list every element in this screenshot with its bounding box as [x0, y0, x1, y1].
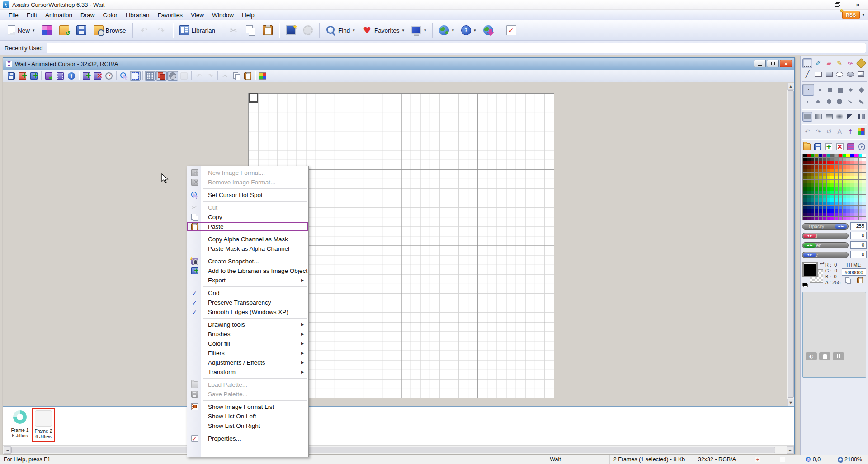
frame-duration-button[interactable] [104, 71, 114, 81]
palette-color[interactable] [811, 161, 815, 164]
palette-color[interactable] [835, 165, 838, 168]
test-cursor-dropdown-arrow[interactable]: ▾ [424, 28, 426, 33]
palette-color[interactable] [835, 209, 838, 212]
palette-color[interactable] [811, 198, 815, 202]
palette-color[interactable] [803, 202, 807, 205]
favorites-button[interactable]: ♥Favorites▾ [359, 22, 407, 38]
menu-item-show-list-on-right[interactable]: Show List On Right [187, 421, 308, 431]
palette-color[interactable] [862, 198, 866, 202]
palette-color[interactable] [807, 161, 811, 164]
fill-style-gradient-radial-button[interactable] [835, 112, 844, 122]
palette-color[interactable] [823, 195, 826, 198]
palette-color[interactable] [815, 213, 818, 216]
palette-color[interactable] [827, 154, 830, 157]
rounded-rectangle-tool-button[interactable] [856, 69, 866, 79]
document-close-button[interactable]: × [780, 60, 792, 67]
palette-color[interactable] [807, 198, 811, 202]
palette-color[interactable] [807, 217, 811, 220]
palette-color[interactable] [850, 176, 854, 179]
palette-color[interactable] [815, 183, 818, 187]
palette-color[interactable] [859, 183, 862, 187]
palette-color[interactable] [859, 176, 862, 179]
palette-color[interactable] [854, 154, 858, 157]
palette-color[interactable] [854, 183, 858, 187]
palette-color[interactable] [823, 154, 826, 157]
palette-color[interactable] [850, 183, 854, 187]
palette-color[interactable] [827, 183, 830, 187]
canvas-vertical-scrollbar[interactable]: ▲ ▼ [787, 83, 794, 406]
new-dropdown-arrow[interactable]: ▾ [33, 28, 35, 33]
palette-color[interactable] [850, 213, 854, 216]
smooth-edges-toggle-button[interactable] [167, 71, 178, 81]
brush-size-circle-2-button[interactable] [813, 97, 823, 107]
palette-color[interactable] [827, 180, 830, 183]
palette-color[interactable] [843, 161, 846, 164]
find-dropdown-arrow[interactable]: ▾ [353, 28, 355, 33]
palette-menu-button[interactable] [857, 142, 867, 152]
palette-color[interactable] [854, 180, 858, 183]
palette-color[interactable] [839, 183, 842, 187]
palette-color[interactable] [830, 209, 834, 212]
palette-color[interactable] [807, 158, 811, 161]
palette-color[interactable] [859, 195, 862, 198]
palette-color[interactable] [803, 198, 807, 202]
recently-used-field[interactable] [47, 43, 866, 53]
brush-size-circle-1-button[interactable] [802, 97, 812, 107]
palette-color[interactable] [835, 213, 838, 216]
palette-color[interactable] [854, 206, 858, 209]
palette-color[interactable] [835, 169, 838, 172]
brush-size-square-4-button[interactable] [835, 85, 845, 95]
palette-color[interactable] [823, 158, 826, 161]
palette-color[interactable] [830, 180, 834, 183]
palette-color[interactable] [803, 154, 807, 157]
palette-color[interactable] [850, 206, 854, 209]
palette-color[interactable] [859, 209, 862, 212]
fill-style-gradient-horizontal-button[interactable] [813, 112, 823, 122]
palette-color[interactable] [862, 206, 866, 209]
palette-color[interactable] [807, 195, 811, 198]
menu-color[interactable]: Color [99, 11, 122, 19]
palette-color[interactable] [819, 198, 822, 202]
palette-color[interactable] [823, 213, 826, 216]
save-button[interactable] [73, 22, 90, 38]
palette-color[interactable] [819, 183, 822, 187]
palette-color[interactable] [811, 202, 815, 205]
swap-colors-icon[interactable]: ↩ [820, 260, 825, 267]
palette-color[interactable] [850, 191, 854, 194]
palette-color[interactable] [807, 169, 811, 172]
frames-horizontal-scrollbar[interactable]: ◄ ► [3, 445, 794, 454]
palette-color[interactable] [815, 154, 818, 157]
palette-color[interactable] [839, 165, 842, 168]
rss-button[interactable]: RSS [842, 11, 860, 19]
palette-color[interactable] [846, 165, 850, 168]
capture-wizard-button[interactable] [283, 22, 299, 38]
palette-color[interactable] [859, 165, 862, 168]
color-dialog-button[interactable] [856, 127, 866, 136]
brush-size-square-3-button[interactable] [825, 85, 835, 95]
menu-item-grid[interactable]: ✓Grid [187, 288, 308, 298]
palette-color[interactable] [823, 187, 826, 190]
palette-color[interactable] [839, 180, 842, 183]
menu-favorites[interactable]: Favorites [153, 11, 187, 19]
brush-size-dot-button[interactable] [802, 84, 814, 96]
browse-button[interactable]: Browse [90, 22, 129, 38]
green-value[interactable]: 0 [850, 241, 867, 249]
palette-color[interactable] [803, 209, 807, 212]
duplicate-image-format-button[interactable] [28, 71, 39, 81]
menu-animation[interactable]: Animation [41, 11, 76, 19]
palette-color[interactable] [819, 217, 822, 220]
palette-color[interactable] [815, 176, 818, 179]
palette-color[interactable] [807, 206, 811, 209]
palette-color[interactable] [823, 206, 826, 209]
palette-color[interactable] [830, 165, 834, 168]
palette-color[interactable] [823, 183, 826, 187]
horizontal-scroll-thumb[interactable] [11, 447, 775, 453]
menu-item-properties[interactable]: Properties... [187, 434, 308, 443]
palette-color[interactable] [807, 180, 811, 183]
palette-color[interactable] [843, 209, 846, 212]
palette-color[interactable] [839, 158, 842, 161]
palette-color[interactable] [830, 154, 834, 157]
palette-color[interactable] [843, 169, 846, 172]
palette-color[interactable] [835, 173, 838, 176]
palette-color[interactable] [835, 202, 838, 205]
